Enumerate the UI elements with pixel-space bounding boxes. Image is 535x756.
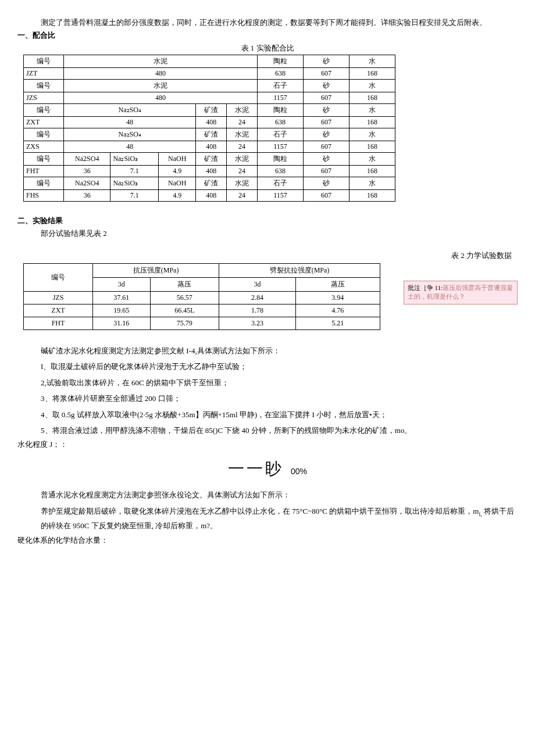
- comment-lead: 批注［争 11:: [408, 284, 443, 291]
- cell: 168: [349, 141, 395, 153]
- hydration-label: 水化程度 J；：: [17, 439, 518, 450]
- cell: 19.65: [93, 304, 151, 317]
- cell: 石子: [258, 128, 304, 141]
- cell: 砂: [304, 128, 349, 141]
- cell: 矿渣: [196, 177, 227, 190]
- results-note: 部分试验结果见表 2: [41, 228, 518, 239]
- cell: 砂: [304, 104, 349, 117]
- cell: 陶粒: [258, 55, 304, 68]
- cell: 水泥: [227, 104, 258, 117]
- step-3: 3、将浆体碎片研磨至全部通过 200 口筛；: [41, 392, 518, 405]
- cell: 24: [227, 190, 258, 202]
- formula-suffix: 00%: [291, 467, 307, 476]
- cell: 36: [64, 190, 110, 202]
- para-2: 普通水泥水化程度测定方法测定参照张永役论文。具体测试方法如下所示：: [41, 488, 518, 501]
- cell: 5.21: [295, 317, 380, 330]
- results-table: 编号 抗压强度(MPa) 劈裂抗拉强度(MPa) 3d 蒸压 3d 蒸压 JZS…: [23, 263, 380, 330]
- step-1: I、取混凝土破碎后的硬化浆体碎片浸泡于无水乙静中至试验；: [41, 360, 518, 373]
- cell: 陶粒: [258, 104, 304, 117]
- cell: 480: [64, 92, 258, 104]
- cell: 编号: [24, 128, 64, 141]
- cell: 2.84: [219, 292, 296, 304]
- cell: Na2SO4: [64, 153, 110, 166]
- cell: 砂: [304, 177, 349, 190]
- cell: FHT: [24, 166, 64, 177]
- cell: 水: [349, 128, 395, 141]
- section-1-title: 一、配合比: [17, 30, 518, 41]
- cell: 水泥: [64, 80, 258, 92]
- cell: 7.1: [110, 166, 159, 177]
- cell: 水泥: [227, 153, 258, 166]
- cell: 168: [349, 166, 395, 177]
- cell: 638: [258, 166, 304, 177]
- cell: FHT: [24, 317, 93, 330]
- table2-label: 表 2 力学试验数据: [17, 250, 518, 261]
- cell: 24: [227, 117, 258, 128]
- intro-text: 测定了普通骨料混凝土的部分强度数据，同时，正在进行水化程度的测定，数据要等到下周…: [41, 17, 518, 28]
- cell: 408: [196, 166, 227, 177]
- cell: 168: [349, 92, 395, 104]
- table-row: ZXT 19.65 66.45L 1.78 4.76: [24, 304, 380, 317]
- cell: 607: [304, 68, 349, 80]
- cell: FHS: [24, 190, 64, 202]
- cell: 编号: [24, 104, 64, 117]
- cell: 水泥: [227, 128, 258, 141]
- cell: 矿渣: [196, 104, 227, 117]
- cell: Na2SO4: [64, 177, 110, 190]
- cell: 矿渣: [196, 153, 227, 166]
- cell: 劈裂抗拉强度(MPa): [219, 264, 380, 278]
- para3-a: 养护至规定龄期后破碎，取硬化浆体碎片浸泡在无水乙醇中以停止水化，在 75°C~8…: [41, 507, 479, 515]
- cell: 1157: [258, 190, 304, 202]
- cell: JZS: [24, 92, 64, 104]
- cell: 480: [64, 68, 258, 80]
- cell: 3.94: [295, 292, 380, 304]
- method-intro: 碱矿渣水泥水化程度测定方法测定参照文献 I-4,具体测试方法如下所示：: [41, 344, 518, 357]
- cell: 7.1: [110, 190, 159, 202]
- cell: 蒸压: [295, 278, 380, 292]
- cell: 1157: [258, 92, 304, 104]
- cell: 4.9: [159, 190, 196, 202]
- cell: 陶粒: [258, 153, 304, 166]
- cell: 砂: [304, 153, 349, 166]
- step-5: 5、将混合液过滤，用甲醇洗涤不溶物，干燥后在 85()C 下烧 40 分钟，所剩…: [41, 424, 518, 437]
- cell: 1.78: [219, 304, 296, 317]
- cell: 31.16: [93, 317, 151, 330]
- cell: 638: [258, 117, 304, 128]
- cell: 168: [349, 68, 395, 80]
- para-4: 硬化体系的化学结合水量：: [17, 535, 518, 546]
- cell: 编号: [24, 177, 64, 190]
- mix-ratio-table: 编号 水泥 陶粒 砂 水 JZT 480 638 607 168 编号 水泥 石…: [23, 55, 395, 202]
- cell: ZXS: [24, 141, 64, 153]
- table1-caption: 表 1 实验配合比: [17, 43, 518, 53]
- cell: NaOH: [159, 153, 196, 166]
- cell: 408: [196, 141, 227, 153]
- cell: 砂: [304, 80, 349, 92]
- cell: 石子: [258, 80, 304, 92]
- cell: ZXT: [24, 117, 64, 128]
- table-row: JZS 37.61 56.57 2.84 3.94: [24, 292, 380, 304]
- cell: 24: [227, 141, 258, 153]
- para-3: 养护至规定龄期后破碎，取硬化浆体碎片浸泡在无水乙醇中以停止水化，在 75°C~8…: [41, 504, 518, 533]
- cell: JZS: [24, 292, 93, 304]
- table-row: FHT 31.16 75.79 3.23 5.21: [24, 317, 380, 330]
- cell: 矿渣: [196, 128, 227, 141]
- cell: 水: [349, 153, 395, 166]
- comment-annotation: 批注［争 11:蒸压后强度高于普通混凝土的，机理是什么？: [404, 281, 518, 304]
- cell: 水: [349, 104, 395, 117]
- cell: 编号: [24, 80, 64, 92]
- cell: 75.79: [150, 317, 219, 330]
- cell: 607: [304, 190, 349, 202]
- cell: NaOH: [159, 177, 196, 190]
- cell: 1157: [258, 141, 304, 153]
- cell: 水: [349, 55, 395, 68]
- cell: 编号: [24, 264, 93, 292]
- cell: 蒸压: [150, 278, 219, 292]
- cell: 37.61: [93, 292, 151, 304]
- cell: 638: [258, 68, 304, 80]
- cell: 607: [304, 92, 349, 104]
- cell: 编号: [24, 55, 64, 68]
- section-2-title: 二、实验结果: [17, 216, 518, 226]
- cell: 编号: [24, 153, 64, 166]
- cell: 48: [64, 141, 196, 153]
- cell: 4.76: [295, 304, 380, 317]
